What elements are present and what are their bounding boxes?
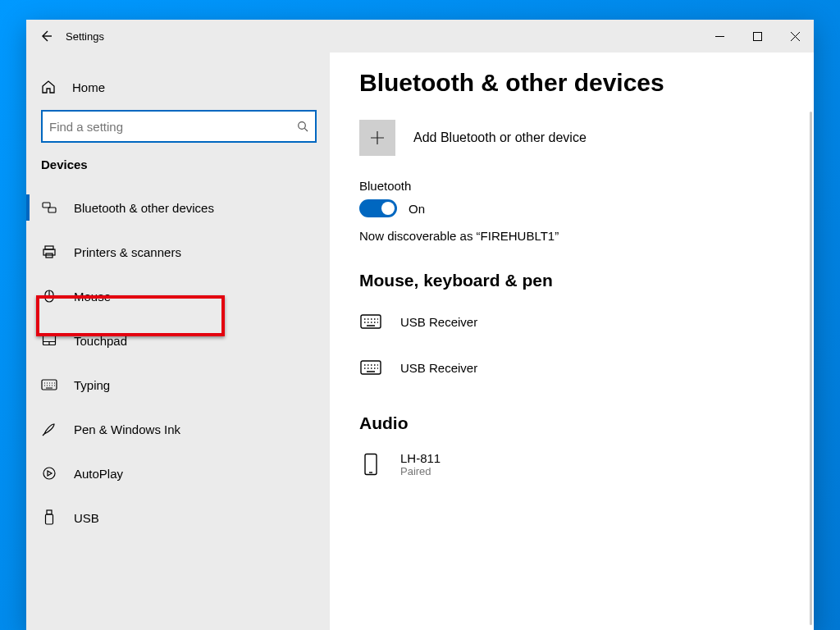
keyboard-icon [359, 314, 382, 329]
add-device-row[interactable]: Add Bluetooth or other device [359, 120, 814, 156]
window-buttons [701, 20, 814, 52]
category-audio: Audio [359, 413, 814, 433]
sidebar-item-label: Pen & Windows Ink [74, 422, 180, 436]
sidebar-item-label: Touchpad [74, 334, 127, 348]
discoverable-text: Now discoverable as “FIREHUBLT1” [359, 229, 814, 243]
svg-rect-3 [48, 208, 56, 212]
sidebar-item-label: USB [74, 511, 99, 525]
device-row[interactable]: USB Receiver [359, 345, 814, 390]
add-device-label: Add Bluetooth or other device [413, 130, 587, 145]
sidebar: Home Devices Bluetooth & other devices [26, 52, 330, 630]
sidebar-item-label: AutoPlay [74, 467, 123, 481]
svg-point-10 [43, 468, 55, 479]
sidebar-item-label: Typing [74, 378, 110, 392]
close-button[interactable] [776, 20, 814, 52]
sidebar-item-label: Printers & scanners [74, 245, 181, 259]
device-row[interactable]: USB Receiver [359, 299, 814, 345]
sidebar-item-label: Bluetooth & other devices [74, 201, 214, 215]
printer-icon [41, 244, 57, 259]
touchpad-icon [41, 334, 57, 347]
device-info: LH-811 Paired [400, 451, 441, 477]
plus-icon [370, 130, 385, 145]
maximize-button[interactable] [738, 20, 776, 52]
titlebar: Settings [26, 20, 814, 52]
autoplay-icon [41, 466, 57, 481]
content-pane: Bluetooth & other devices Add Bluetooth … [330, 52, 814, 630]
phone-icon [359, 453, 382, 476]
svg-rect-4 [45, 246, 53, 249]
search-icon [297, 121, 308, 132]
svg-rect-11 [47, 510, 52, 514]
minimize-button[interactable] [701, 20, 738, 52]
keyboard-icon [41, 379, 57, 390]
sidebar-item-label: Mouse [74, 290, 111, 304]
sidebar-item-bluetooth[interactable]: Bluetooth & other devices [26, 189, 330, 226]
sidebar-item-typing[interactable]: Typing [26, 367, 330, 403]
scrollbar[interactable] [810, 112, 812, 625]
device-row[interactable]: LH-811 Paired [359, 441, 814, 487]
sidebar-home[interactable]: Home [26, 69, 330, 105]
device-name: USB Receiver [400, 361, 477, 375]
arrow-left-icon [39, 30, 52, 43]
settings-window: Settings Home [26, 20, 814, 630]
device-name: LH-811 [400, 451, 441, 465]
search-input[interactable] [48, 119, 297, 135]
window-title: Settings [66, 30, 104, 43]
sidebar-item-touchpad[interactable]: Touchpad [26, 322, 330, 358]
sidebar-item-autoplay[interactable]: AutoPlay [26, 455, 330, 491]
home-icon [41, 80, 56, 94]
search-box[interactable] [41, 110, 317, 143]
add-device-tile[interactable] [359, 120, 395, 156]
usb-icon [41, 509, 57, 526]
window-body: Home Devices Bluetooth & other devices [26, 52, 814, 630]
svg-rect-2 [43, 203, 50, 208]
sidebar-item-mouse[interactable]: Mouse [26, 278, 330, 314]
bluetooth-devices-icon [41, 200, 57, 216]
minimize-icon [715, 32, 724, 41]
sidebar-item-printers[interactable]: Printers & scanners [26, 234, 330, 270]
bluetooth-toggle-label: On [409, 202, 425, 216]
bluetooth-heading: Bluetooth [359, 179, 814, 193]
category-mouse-keyboard-pen: Mouse, keyboard & pen [359, 271, 814, 290]
maximize-icon [753, 32, 762, 41]
mouse-icon [41, 289, 57, 304]
bluetooth-toggle-row: On [359, 199, 814, 217]
sidebar-item-usb[interactable]: USB [26, 500, 330, 536]
svg-point-1 [299, 122, 306, 130]
svg-rect-5 [43, 249, 55, 255]
sidebar-home-label: Home [72, 80, 105, 94]
svg-rect-12 [46, 514, 53, 524]
back-button[interactable] [26, 20, 66, 52]
keyboard-icon [359, 360, 382, 375]
svg-rect-15 [365, 454, 377, 475]
pen-icon [41, 422, 57, 436]
svg-rect-0 [753, 32, 761, 40]
sidebar-section-title: Devices [26, 158, 330, 189]
close-icon [791, 32, 800, 41]
page-title: Bluetooth & other devices [359, 69, 814, 97]
device-status: Paired [400, 465, 441, 477]
bluetooth-toggle[interactable] [359, 199, 397, 217]
sidebar-item-pen[interactable]: Pen & Windows Ink [26, 411, 330, 447]
device-name: USB Receiver [400, 315, 477, 329]
